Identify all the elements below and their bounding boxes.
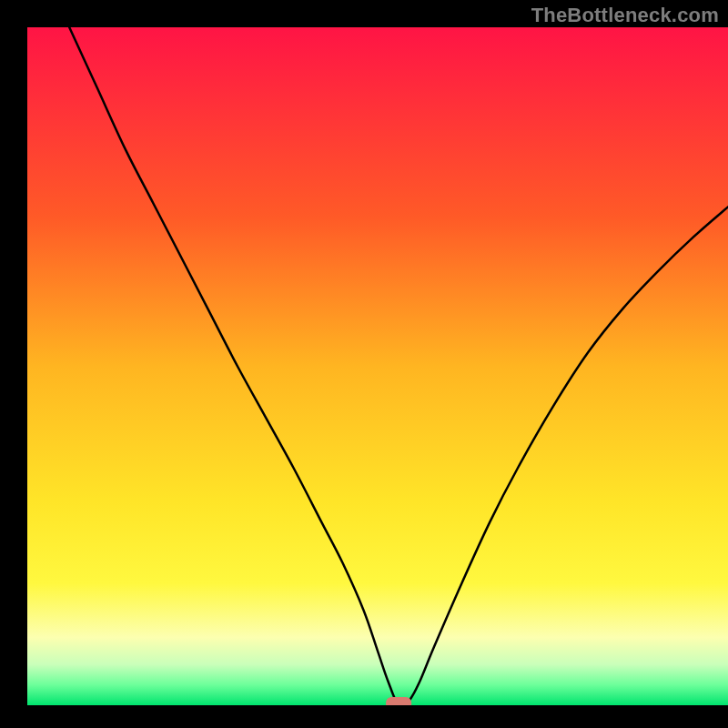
watermark-text: TheBottleneck.com <box>531 4 719 27</box>
bottleneck-chart <box>0 0 728 728</box>
chart-stage: TheBottleneck.com <box>0 0 728 728</box>
optimal-point-marker <box>386 697 411 710</box>
gradient-background <box>27 27 728 705</box>
